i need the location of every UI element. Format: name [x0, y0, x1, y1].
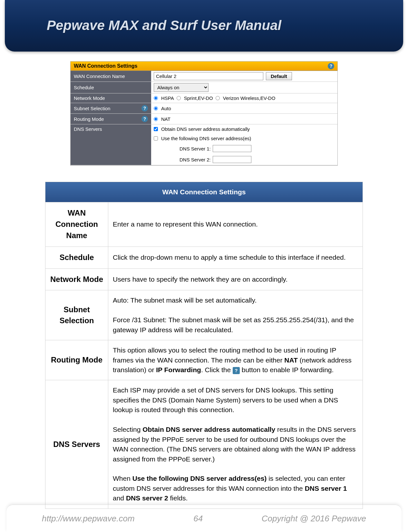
- doc-row-label: Network Mode: [45, 268, 108, 290]
- doc-row-desc: Users have to specify the network they a…: [108, 268, 363, 290]
- default-button[interactable]: Default: [266, 72, 292, 80]
- doc-table-title: WAN Connection Settings: [45, 182, 363, 202]
- row-label: DNS Servers: [71, 124, 151, 165]
- row-label: Routing Mode ?: [71, 114, 151, 124]
- row-label: WAN Connection Name: [71, 71, 151, 82]
- wan-connection-name-input[interactable]: [154, 72, 263, 80]
- footer-url: http://www.pepwave.com: [42, 514, 135, 524]
- network-mode-sprint[interactable]: [177, 96, 181, 100]
- manual-title: Pepwave MAX and Surf User Manual: [5, 0, 403, 33]
- dns-auto-checkbox[interactable]: [154, 127, 158, 131]
- page-content: WAN Connection Settings ? WAN Connection…: [0, 52, 408, 509]
- screenshot-panel-header: WAN Connection Settings ?: [71, 62, 337, 71]
- help-icon: ?: [233, 367, 240, 374]
- doc-row-desc: Click the drop-down menu to apply a time…: [108, 247, 363, 268]
- help-icon[interactable]: ?: [141, 105, 148, 111]
- dns-server1-input[interactable]: [213, 145, 251, 152]
- doc-row-label: Routing Mode: [45, 340, 108, 380]
- doc-row-desc: Enter a name to represent this WAN conne…: [108, 202, 363, 247]
- doc-row-label: Subnet Selection: [45, 290, 108, 340]
- page-header: Pepwave MAX and Surf User Manual: [5, 0, 403, 52]
- footer-copyright: Copyright @ 2016 Pepwave: [262, 514, 366, 524]
- network-mode-hspa[interactable]: [154, 96, 158, 100]
- doc-row-label: DNS Servers: [45, 380, 108, 508]
- schedule-select[interactable]: Always on: [154, 83, 209, 92]
- doc-row-desc: Each ISP may provide a set of DNS server…: [108, 380, 363, 508]
- doc-row-desc: This option allows you to select the rou…: [108, 340, 363, 380]
- settings-screenshot: WAN Connection Settings ? WAN Connection…: [70, 61, 338, 166]
- row-label: Network Mode: [71, 93, 151, 103]
- routing-nat-radio[interactable]: [154, 117, 158, 121]
- dns-server2-input[interactable]: [213, 156, 251, 163]
- dns-server1-label: DNS Server 1:: [180, 146, 211, 151]
- help-icon[interactable]: ?: [328, 63, 334, 69]
- doc-row-label: Schedule: [45, 247, 108, 268]
- row-label: Subnet Selection ?: [71, 103, 151, 113]
- doc-row-desc: Auto: The subnet mask will be set automa…: [108, 290, 363, 340]
- subnet-auto-radio[interactable]: [154, 106, 158, 111]
- doc-row-label: WAN Connection Name: [45, 202, 108, 247]
- help-icon[interactable]: ?: [141, 116, 148, 122]
- page-number: 64: [193, 514, 203, 524]
- row-label: Schedule: [71, 82, 151, 93]
- network-mode-verizon[interactable]: [216, 96, 220, 100]
- screenshot-panel-title: WAN Connection Settings: [74, 63, 137, 69]
- settings-description-table: WAN Connection Settings WAN Connection N…: [45, 182, 363, 509]
- dns-server2-label: DNS Server 2:: [180, 157, 211, 162]
- dns-manual-checkbox[interactable]: [154, 136, 158, 140]
- page-footer: http://www.pepwave.com 64 Copyright @ 20…: [6, 505, 402, 532]
